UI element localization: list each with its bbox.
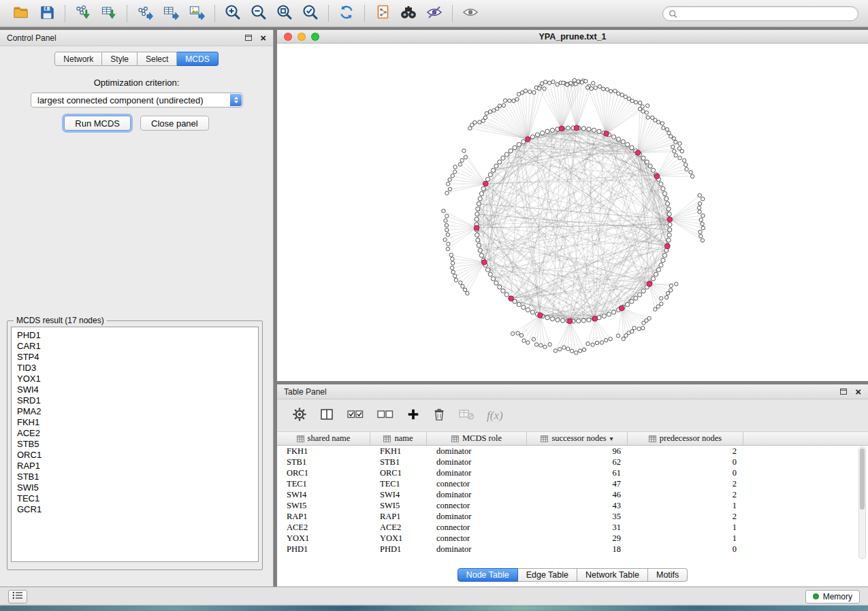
delete-table-button[interactable] (458, 408, 475, 423)
table-cell[interactable]: 1 (628, 533, 743, 544)
table-cell[interactable]: 2 (628, 446, 743, 457)
table-cell[interactable]: dominator (427, 467, 527, 478)
table-cell[interactable]: 46 (527, 489, 628, 500)
show-columns-button[interactable] (319, 407, 334, 424)
mcds-result-item[interactable]: PMA2 (12, 406, 258, 417)
open-session-button[interactable] (8, 2, 34, 25)
table-cell[interactable]: YOX1 (277, 533, 370, 544)
table-cell[interactable]: dominator (427, 457, 527, 467)
table-cell[interactable]: 2 (628, 489, 743, 500)
table-cell[interactable]: connector (427, 533, 527, 544)
function-builder-button[interactable]: f(x) (487, 409, 503, 423)
tab-network[interactable]: Network (54, 52, 102, 66)
table-cell[interactable]: connector (427, 522, 527, 533)
table-cell[interactable]: SWI4 (277, 489, 370, 500)
table-cell[interactable]: TEC1 (277, 478, 370, 489)
mcds-result-item[interactable]: TID3 (12, 363, 258, 374)
apply-layout-button[interactable] (334, 2, 359, 25)
zoom-selected-button[interactable] (298, 2, 323, 25)
table-cell[interactable]: STB1 (370, 457, 427, 467)
deselect-all-columns-button[interactable] (376, 407, 394, 424)
table-cell[interactable]: connector (427, 500, 527, 511)
table-row[interactable]: PHD1PHD1dominator180 (277, 544, 868, 555)
table-tab-network-table[interactable]: Network Table (577, 568, 648, 582)
table-cell[interactable]: 47 (527, 478, 628, 489)
zoom-out-button[interactable] (246, 2, 272, 25)
table-cell[interactable]: 0 (628, 544, 743, 555)
hide-details-button[interactable] (421, 2, 447, 25)
table-cell[interactable]: dominator (427, 446, 527, 457)
network-canvas[interactable] (277, 44, 868, 381)
tab-style[interactable]: Style (102, 52, 138, 66)
mcds-result-item[interactable]: STP4 (12, 352, 258, 363)
table-cell[interactable]: 1 (628, 500, 743, 511)
table-cell[interactable]: SWI4 (370, 489, 427, 500)
close-panel-button[interactable]: Close panel (140, 116, 209, 131)
run-mcds-button[interactable]: Run MCDS (64, 116, 131, 131)
close-window-icon[interactable] (284, 33, 292, 41)
search-box[interactable] (662, 6, 858, 21)
mcds-result-item[interactable]: ORC1 (12, 450, 258, 461)
import-network-button[interactable] (70, 2, 96, 25)
search-network-button[interactable] (396, 2, 421, 25)
table-row[interactable]: ACE2ACE2connector311 (277, 522, 868, 533)
table-cell[interactable]: ORC1 (370, 467, 427, 478)
delete-column-button[interactable] (432, 407, 446, 424)
mcds-result-item[interactable]: SRD1 (12, 395, 258, 406)
table-cell[interactable]: 0 (628, 457, 743, 467)
float-panel-icon[interactable] (245, 35, 252, 41)
network-graph[interactable] (277, 44, 868, 381)
table-row[interactable]: YOX1YOX1connector291 (277, 533, 868, 544)
table-cell[interactable]: 35 (527, 511, 628, 522)
column-header-successor-nodes[interactable]: successor nodes▾ (527, 432, 628, 445)
scrollbar-thumb[interactable] (860, 448, 865, 510)
criterion-select[interactable]: largest connected component (undirected) (31, 93, 243, 108)
task-history-button[interactable] (8, 590, 27, 604)
mcds-result-item[interactable]: TEC1 (12, 493, 258, 504)
table-cell[interactable]: connector (427, 478, 527, 489)
table-tab-edge-table[interactable]: Edge Table (518, 568, 577, 582)
table-cell[interactable]: dominator (427, 544, 527, 555)
table-cell[interactable]: ORC1 (277, 467, 370, 478)
table-scrollbar[interactable] (858, 446, 866, 559)
tab-mcds[interactable]: MCDS (177, 52, 218, 66)
table-cell[interactable]: ACE2 (277, 522, 370, 533)
memory-button[interactable]: Memory (805, 590, 860, 604)
mcds-result-item[interactable]: YOX1 (12, 374, 258, 384)
mcds-result-item[interactable]: ACE2 (12, 428, 258, 439)
table-cell[interactable]: 31 (527, 522, 628, 533)
mcds-result-item[interactable]: SWI4 (12, 384, 258, 395)
mcds-result-item[interactable]: RAP1 (12, 461, 258, 472)
table-cell[interactable]: 43 (527, 500, 628, 511)
mcds-result-item[interactable]: FKH1 (12, 417, 258, 428)
table-cell[interactable]: 18 (527, 544, 628, 555)
table-cell[interactable]: 2 (628, 511, 743, 522)
table-row[interactable]: FKH1FKH1dominator962 (277, 446, 868, 457)
mcds-result-item[interactable]: STB5 (12, 439, 258, 450)
table-cell[interactable]: FKH1 (277, 446, 370, 457)
table-cell[interactable]: FKH1 (370, 446, 427, 457)
table-cell[interactable]: RAP1 (370, 511, 427, 522)
table-cell[interactable]: 0 (628, 467, 743, 478)
float-panel-icon[interactable] (840, 389, 847, 395)
import-table-button[interactable] (96, 2, 122, 25)
column-header-predecessor-nodes[interactable]: predecessor nodes (628, 432, 743, 445)
table-row[interactable]: SWI5SWI5connector431 (277, 500, 868, 511)
table-tab-motifs[interactable]: Motifs (648, 568, 688, 582)
search-input[interactable] (681, 9, 852, 18)
column-header-name[interactable]: name (370, 432, 427, 445)
table-cell[interactable]: ACE2 (370, 522, 427, 533)
table-cell[interactable]: YOX1 (370, 533, 427, 544)
minimize-window-icon[interactable] (298, 33, 306, 41)
save-session-button[interactable] (34, 2, 60, 25)
table-cell[interactable]: 62 (527, 457, 628, 467)
table-settings-button[interactable] (292, 407, 307, 424)
table-row[interactable]: ORC1ORC1dominator610 (277, 467, 868, 478)
create-column-button[interactable] (406, 408, 420, 423)
table-tab-node-table[interactable]: Node Table (457, 568, 518, 582)
select-all-columns-button[interactable] (347, 407, 364, 424)
table-cell[interactable]: PHD1 (370, 544, 427, 555)
table-cell[interactable]: RAP1 (277, 511, 370, 522)
mcds-result-item[interactable]: PHD1 (12, 330, 258, 341)
table-cell[interactable]: dominator (427, 511, 527, 522)
